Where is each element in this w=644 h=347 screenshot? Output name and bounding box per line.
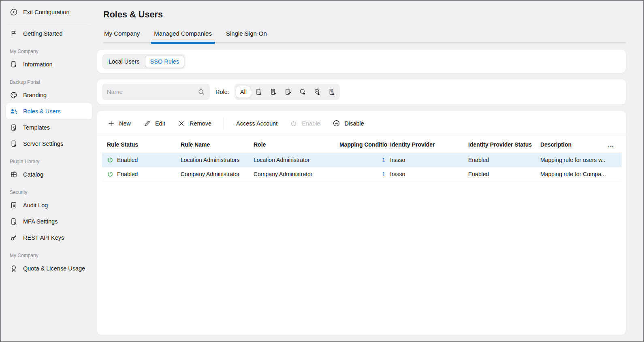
column-settings-button[interactable]: ... [606,136,622,153]
sidebar-item-label: Roles & Users [23,108,61,115]
rule-status-value: Enabled [117,171,138,177]
document-key-icon [10,217,18,226]
rule-name-value: Location Administrators [178,153,251,167]
col-identity-provider-status[interactable]: Identity Provider Status [466,136,538,153]
tab-my-company[interactable]: My Company [103,30,141,43]
exit-configuration-label: Exit Configuration [23,9,69,15]
building-gear-icon[interactable] [267,85,280,99]
exit-configuration-button[interactable]: Exit Configuration [6,4,92,20]
identity-provider-status-value: Enabled [466,167,538,181]
app-window: Exit Configuration Getting Started My Co… [0,0,644,342]
edit-button-label: Edit [155,120,165,127]
toggle-sso-rules[interactable]: SSO Rules [145,55,185,68]
power-icon [107,157,113,163]
table-row[interactable]: Enabled Location Administrators Location… [102,153,622,167]
identity-provider-status-value: Enabled [466,153,538,167]
access-account-button[interactable]: Access Account [236,120,277,127]
list-icon [10,201,18,209]
sidebar-item-branding[interactable]: Branding [6,87,92,103]
sidebar-divider [8,23,90,23]
sidebar-item-catalog[interactable]: Catalog [6,166,92,183]
x-icon [177,119,186,128]
description-value: Mapping rule for Compa... [538,167,606,181]
col-rule-status[interactable]: Rule Status [102,136,178,153]
sidebar-item-mfa-settings[interactable]: MFA Settings [6,213,92,230]
new-button[interactable]: New [107,119,131,128]
sidebar-item-information[interactable]: Information [6,56,92,72]
sidebar-item-label: MFA Settings [23,218,58,225]
mapping-conditions-link[interactable]: 1 [382,171,385,177]
rule-status-value: Enabled [117,157,138,163]
palette-icon [10,91,18,99]
role-filter-label: Role: [215,89,229,95]
sidebar-section-my-company: My Company [10,49,88,54]
edit-button[interactable]: Edit [143,119,165,128]
bill-person-icon[interactable]: $ [325,85,339,99]
sidebar-item-server-settings[interactable]: Server Settings [6,136,92,152]
col-identity-provider[interactable]: Identity Provider [388,136,466,153]
sidebar-item-label: Getting Started [23,30,63,37]
svg-text:$: $ [331,89,333,93]
flag-icon [10,30,18,38]
search-input[interactable] [107,89,198,95]
rules-card: New Edit Remove Access Account Enable [97,111,626,335]
pin-person-icon[interactable] [310,85,324,99]
sidebar-item-label: Server Settings [23,141,63,147]
server-gear-icon [10,140,18,148]
building-key-icon[interactable] [281,85,295,99]
toolbar: New Edit Remove Access Account Enable [97,111,626,136]
toggle-local-users[interactable]: Local Users [103,55,145,68]
sidebar-item-roles-users[interactable]: Roles & Users [6,103,92,119]
enable-button[interactable]: Enable [290,119,320,128]
col-description[interactable]: Description [538,136,606,153]
sidebar-item-label: Audit Log [23,202,48,209]
power-icon [290,119,298,128]
minus-circle-icon [333,119,341,128]
role-filter-group: All $ [235,84,340,100]
page-title: Roles & Users [103,10,626,20]
building-person-icon[interactable] [252,85,266,99]
col-mapping-conditions[interactable]: Mapping Conditions [337,136,388,153]
table-row[interactable]: Enabled Company Administrator Company Ad… [102,167,622,181]
disable-button-label: Disable [345,120,364,127]
sidebar-item-rest-api-keys[interactable]: REST API Keys [6,230,92,246]
main-content: Roles & Users My Company Managed Compani… [97,1,643,341]
col-role[interactable]: Role [251,136,337,153]
role-value: Location Administrator [251,153,337,167]
pencil-icon [143,119,151,128]
identity-provider-value: Irssso [388,153,466,167]
search-icon [198,88,205,96]
remove-button[interactable]: Remove [177,119,211,128]
view-toggle-card: Local Users SSO Rules [97,50,626,73]
key-icon [10,234,18,242]
sidebar: Exit Configuration Getting Started My Co… [1,1,97,341]
col-rule-name[interactable]: Rule Name [178,136,251,153]
role-filter-all-button[interactable]: All [236,86,251,98]
chevron-left-circle-icon [10,8,18,16]
remove-button-label: Remove [190,120,211,127]
sidebar-item-audit-log[interactable]: Audit Log [6,197,92,213]
ribbon-icon [10,264,18,272]
sidebar-item-templates[interactable]: Templates [6,119,92,136]
sidebar-item-label: Quota & License Usage [23,265,85,272]
toolbar-divider [224,117,224,130]
users-icon [10,107,18,115]
pin-gear-icon[interactable] [296,85,309,99]
sidebar-item-label: Information [23,61,53,68]
tab-single-sign-on[interactable]: Single Sign-On [225,30,268,43]
search-box[interactable] [102,84,210,100]
access-account-label: Access Account [236,120,277,127]
table-header-row: Rule Status Rule Name Role Mapping Condi… [102,136,622,153]
rule-name-value: Company Administrator [178,167,251,181]
catalog-icon [10,170,18,179]
sidebar-item-label: Branding [23,92,47,98]
sidebar-section-plugin-library: Plugin Library [10,159,88,164]
plus-icon [107,119,115,128]
disable-button[interactable]: Disable [333,119,364,128]
mapping-conditions-link[interactable]: 1 [382,157,385,163]
sidebar-item-quota-license-usage[interactable]: Quota & License Usage [6,260,92,277]
sidebar-item-label: REST API Keys [23,234,64,241]
tab-managed-companies[interactable]: Managed Companies [153,30,213,43]
sidebar-item-getting-started[interactable]: Getting Started [6,26,92,42]
sidebar-item-label: Catalog [23,171,43,178]
